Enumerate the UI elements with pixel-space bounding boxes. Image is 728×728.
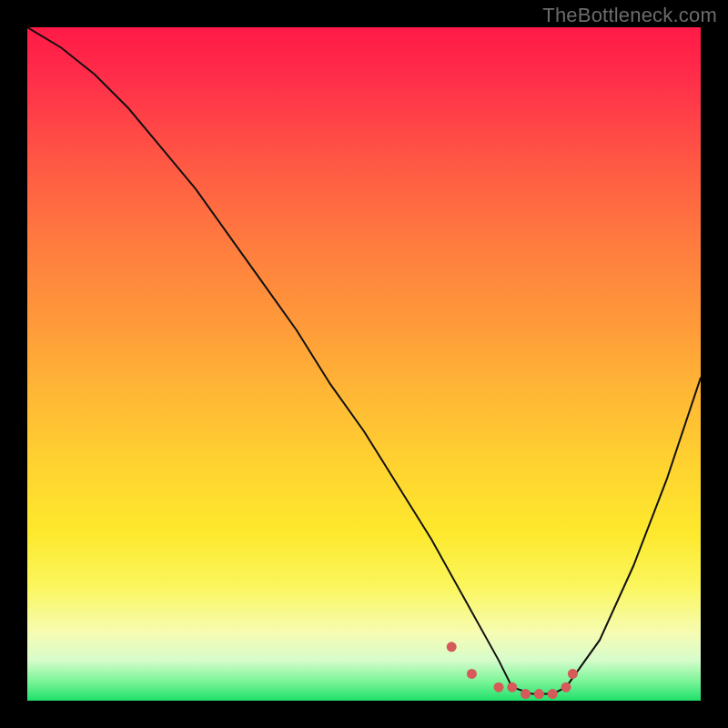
floor-marker: [494, 682, 504, 693]
plot-area: [27, 27, 701, 701]
floor-marker: [534, 689, 544, 699]
floor-marker: [568, 669, 578, 679]
floor-marker: [447, 642, 457, 652]
chart-svg: [27, 27, 701, 701]
floor-marker: [548, 689, 558, 699]
bottleneck-curve: [27, 27, 701, 694]
floor-marker: [467, 669, 477, 679]
floor-marker: [521, 689, 531, 699]
floor-marker: [561, 682, 571, 693]
floor-marker: [507, 682, 517, 693]
chart-frame: TheBottleneck.com: [0, 0, 728, 728]
watermark-text: TheBottleneck.com: [542, 4, 717, 27]
